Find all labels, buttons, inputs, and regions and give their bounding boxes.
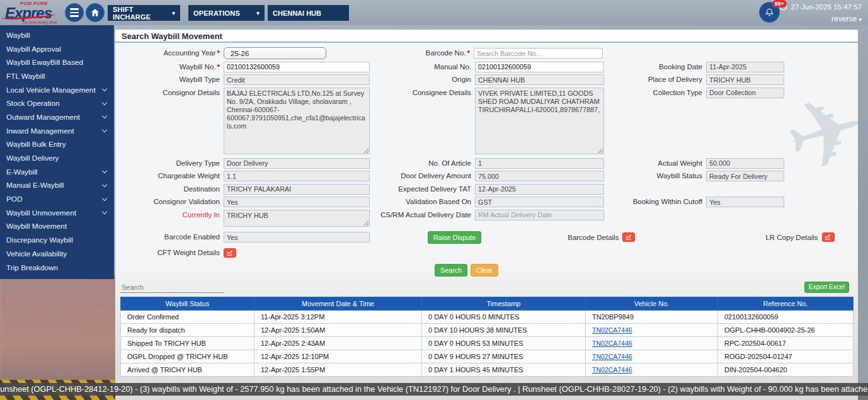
booking-within-cutoff-label: Booking Within Cutoff	[604, 197, 702, 207]
booking-date-label: Booking Date	[604, 62, 702, 72]
cell-datetime: 11-Apr-2025 3:12PM	[254, 310, 422, 323]
expected-delivery-tat-field	[475, 184, 604, 195]
validation-based-on-field	[475, 197, 604, 207]
department-dropdown[interactable]: OPERATIONS▾	[188, 5, 265, 21]
no-of-article-field	[475, 158, 604, 169]
chevron-down-icon: ▾	[859, 16, 862, 23]
no-of-article-label: No. Of Article	[370, 158, 471, 169]
manual-no-label: Manual No.	[370, 62, 471, 72]
home-button[interactable]	[86, 3, 105, 22]
sidebar-item-waybill-approval[interactable]: Waybill Approval	[0, 42, 114, 56]
cell-timestamp: 0 DAY 9 HOURS 27 MINUTES	[422, 350, 586, 363]
notifications-button[interactable]: 99+	[759, 2, 780, 23]
expected-delivery-tat-label: Expected Delivery TAT	[370, 184, 471, 195]
sidebar-item-waybill-delivery[interactable]: Waybill Delivery	[0, 151, 114, 165]
sidebar-item-discrepancy-waybill[interactable]: Discrepancy Waybill	[0, 233, 114, 247]
barcode-details-edit-button[interactable]	[622, 232, 635, 242]
chargeable-weight-field	[224, 171, 370, 181]
barcode-no-input[interactable]	[474, 48, 603, 59]
col-header-waybill-status[interactable]: Waybill Status	[121, 297, 254, 310]
csrm-actual-delivery-date-field	[475, 210, 604, 220]
vehicle-number-link[interactable]: TN02CA7446	[592, 366, 632, 374]
sidebar-item-ftl-waybill[interactable]: FTL Waybill	[0, 69, 114, 83]
sidebar-item-local-vehicle-management[interactable]: Local Vehicle Management	[0, 83, 114, 97]
export-excel-button[interactable]: Export Excel	[804, 282, 849, 293]
required-asterisk	[216, 63, 220, 71]
chevron-down-icon	[102, 168, 107, 173]
accounting-year-input[interactable]	[224, 47, 326, 59]
waybill-form: Accounting Year Barcode No. Waybill No. …	[115, 43, 858, 377]
edit-icon	[825, 234, 831, 241]
csrm-actual-delivery-date-label: CS/RM Actual Delivery Date	[370, 210, 471, 220]
sidebar-item-inward-management[interactable]: Inward Management	[0, 124, 114, 138]
chevron-down-icon	[102, 182, 107, 187]
destination-label: Destination	[120, 184, 220, 195]
col-header-movement-datetime[interactable]: Movement Date & Time	[254, 297, 422, 310]
clear-button[interactable]: Clear	[471, 264, 498, 277]
col-header-reference-no[interactable]: Reference No.	[718, 297, 854, 310]
vehicle-number-link[interactable]: TN02CA7446	[592, 353, 632, 360]
place-of-delivery-field	[706, 74, 784, 85]
consignee-details-textarea[interactable]: VIVEK PRIVATE LIMITED,11 GOODS SHED ROAD…	[475, 88, 604, 154]
sidebar-item-waybill-bulk-entry[interactable]: Waybill Bulk Entry	[0, 138, 114, 152]
sidebar-item-outward-management[interactable]: Outward Management	[0, 110, 114, 124]
sidebar-item-waybill[interactable]: Waybill	[0, 28, 114, 42]
barcode-details-label: Barcode Details	[568, 234, 619, 241]
main-content-panel: ✈ Search Waybill Movement Accounting Yea…	[115, 30, 858, 400]
chevron-down-icon	[102, 100, 107, 105]
manual-no-input[interactable]	[475, 62, 604, 72]
waybill-no-label: Waybill No.	[120, 62, 220, 72]
door-delivery-amount-label: Door Delivery Amount	[370, 171, 471, 181]
sidebar-item-e-waybill[interactable]: E-Waybill	[0, 165, 114, 179]
cell-datetime: 12-Apr-2025 1:50AM	[254, 323, 422, 336]
raise-dispute-button[interactable]: Raise Dispute	[428, 231, 481, 244]
cell-status: Ready for dispatch	[121, 323, 254, 336]
logo-main-text: Expres	[5, 6, 74, 20]
header-datetime: 27-Jun-2025 15:47:57	[779, 3, 862, 11]
sidebar-item-manual-e-waybill[interactable]: Manual E-Waybill	[0, 179, 114, 193]
user-menu[interactable]: reverse ▾	[831, 14, 862, 23]
waybill-type-label: Waybill Type	[120, 74, 220, 85]
sidebar-item-waybill-movement[interactable]: Waybill Movement	[0, 220, 114, 234]
cft-weight-details-edit-button[interactable]	[224, 248, 236, 258]
col-header-timestamp[interactable]: Timestamp	[422, 297, 586, 310]
lr-copy-details-edit-button[interactable]	[822, 232, 835, 242]
hub-input-wrap	[268, 5, 349, 21]
actual-weight-field	[706, 158, 784, 169]
waybill-no-input[interactable]	[224, 62, 370, 72]
cell-reference: OGPL-CHHB-0004902-25-26	[718, 323, 854, 336]
chevron-down-icon	[102, 113, 107, 118]
sidebar-item-trip-breakdown[interactable]: Trip Breakdown	[0, 261, 114, 275]
bell-icon	[765, 8, 774, 17]
sidebar-item-waybill-unmovement[interactable]: Waybill Unmovement	[0, 206, 114, 220]
vehicle-number-link[interactable]: TN02CA7446	[592, 340, 632, 347]
required-asterisk	[216, 49, 220, 57]
notification-ticker: Runsheet (OGPL-CHHB-28412-19-20) - (3) w…	[0, 383, 868, 396]
results-search-input[interactable]	[120, 282, 224, 293]
delivery-type-field	[224, 158, 370, 169]
movement-results-table: Waybill Status Movement Date & Time Time…	[120, 297, 854, 377]
cell-timestamp: 0 DAY 1 HOURS 45 MINUTES	[422, 363, 586, 376]
cell-reference: RPC-202504-00617	[718, 336, 854, 350]
sidebar-item-vehicle-availability[interactable]: Vehicle Availability	[0, 247, 114, 261]
validation-based-on-label: Validation Based On	[370, 197, 471, 207]
consignor-details-textarea[interactable]: BAJAJ ELECTRICALS LTD,No.125 at Survey N…	[224, 88, 370, 154]
consignee-details-label: Consignee Details	[370, 88, 471, 98]
role-dropdown[interactable]: SHIFT INCHARGE▾	[108, 5, 180, 21]
cell-vehicle: TN20BP9849	[586, 310, 718, 323]
sidebar-item-stock-operation[interactable]: Stock Operation	[0, 96, 114, 110]
required-asterisk	[466, 49, 470, 57]
cell-reference: 02100132600059	[718, 310, 854, 323]
hub-input[interactable]	[273, 9, 344, 17]
search-button[interactable]: Search	[435, 264, 467, 277]
menu-button[interactable]	[65, 3, 84, 22]
table-header-row: Waybill Status Movement Date & Time Time…	[121, 297, 854, 310]
currently-in-textarea[interactable]: TRICHY HUB	[224, 210, 370, 227]
sidebar-item-pod[interactable]: POD	[0, 192, 114, 206]
sidebar-item-waybill-ewaybill-based[interactable]: Waybill EwayBill Based	[0, 55, 114, 69]
vehicle-number-link[interactable]: TN02CA7446	[592, 326, 632, 334]
col-header-vehicle-no[interactable]: Vehicle No.	[586, 297, 718, 310]
hamburger-icon	[70, 8, 79, 16]
table-row: Order Confirmed 11-Apr-2025 3:12PM 0 DAY…	[121, 310, 854, 323]
barcode-no-label: Barcode No.	[368, 48, 470, 59]
